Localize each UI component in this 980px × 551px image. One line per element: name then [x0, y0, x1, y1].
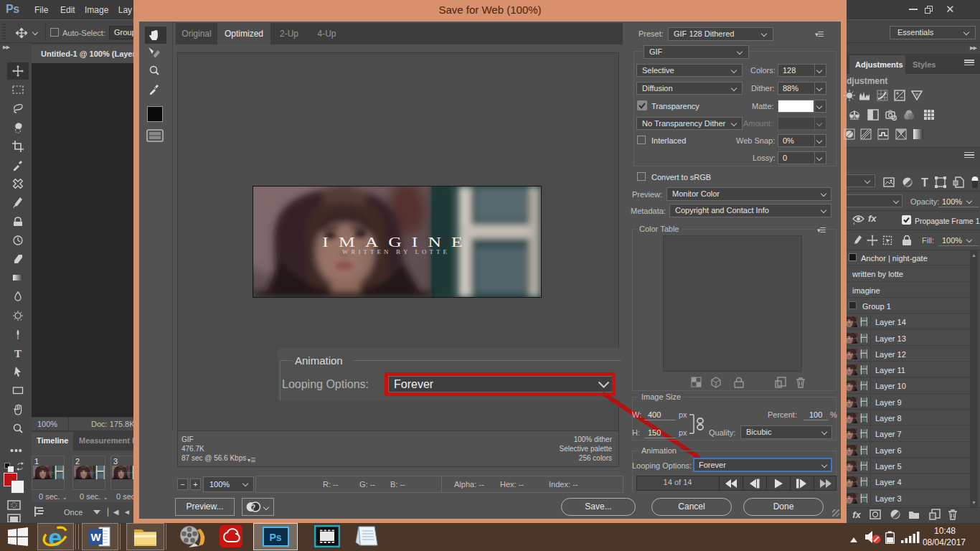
- svg-text:W: W: [90, 531, 101, 543]
- svg-text:Ps: Ps: [269, 532, 281, 543]
- svg-text:T: T: [921, 176, 928, 188]
- svg-text:T: T: [14, 348, 22, 359]
- svg-text:fx: fx: [852, 509, 861, 520]
- svg-text:?: ?: [251, 504, 255, 512]
